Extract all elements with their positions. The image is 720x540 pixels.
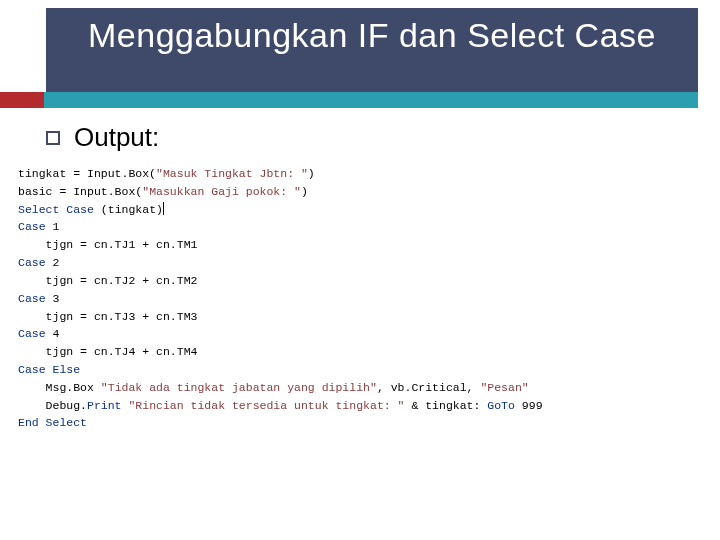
slide-title: Menggabungkan IF dan Select Case [46, 8, 698, 57]
code-line: Select Case (tingkat) [18, 203, 164, 216]
code-line: Case Else [18, 363, 80, 376]
bullet-row: Output: [46, 122, 698, 153]
code-line: tjgn = cn.TJ1 + cn.TM1 [18, 238, 197, 251]
bullet-label: Output: [74, 122, 159, 153]
code-line: basic = Input.Box("Masukkan Gaji pokok: … [18, 185, 308, 198]
code-block: tingkat = Input.Box("Masuk Tingkat Jbtn:… [18, 165, 698, 432]
accent-bar-teal [44, 92, 698, 108]
content-area: Output: tingkat = Input.Box("Masuk Tingk… [46, 122, 698, 432]
code-line: tjgn = cn.TJ2 + cn.TM2 [18, 274, 197, 287]
code-line: End Select [18, 416, 87, 429]
code-line: Case 3 [18, 292, 59, 305]
code-line: Case 4 [18, 327, 59, 340]
code-line: Debug.Print "Rincian tidak tersedia untu… [18, 399, 543, 412]
code-line: tjgn = cn.TJ3 + cn.TM3 [18, 310, 197, 323]
code-line: tjgn = cn.TJ4 + cn.TM4 [18, 345, 197, 358]
code-line: tingkat = Input.Box("Masuk Tingkat Jbtn:… [18, 167, 315, 180]
code-line: Case 1 [18, 220, 59, 233]
code-line: Msg.Box "Tidak ada tingkat jabatan yang … [18, 381, 529, 394]
accent-bar-red [0, 92, 44, 108]
code-line: Case 2 [18, 256, 59, 269]
bullet-square-icon [46, 131, 60, 145]
text-cursor [163, 202, 164, 215]
